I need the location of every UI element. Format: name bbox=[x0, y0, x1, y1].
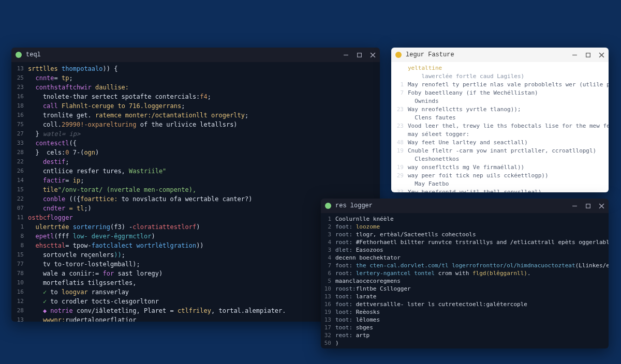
feature-line[interactable]: 7Foby baeetlleany (if the Wechéllistan) bbox=[393, 89, 609, 97]
code-line[interactable]: 33 contesctl({ bbox=[11, 139, 380, 148]
code-content: tnolete-thar sertect spotafte contercial… bbox=[28, 92, 380, 101]
line-number: 23 bbox=[393, 122, 408, 130]
feature-body[interactable]: yeltaltine lawerclée fortle caud Lagiles… bbox=[391, 62, 609, 192]
code-line[interactable]: 13srttlles thompotaalo)) { bbox=[11, 64, 380, 73]
svg-rect-1 bbox=[357, 53, 361, 57]
feature-line[interactable]: 19way onsefltctls mg Ve firmaéllal)) bbox=[393, 163, 609, 172]
feature-text: Way feet Une larltey and seactlall) bbox=[408, 139, 609, 147]
code-line[interactable]: 7foot: the cten-cal.dorvlet.com/tl loger… bbox=[321, 262, 609, 269]
code-line[interactable]: 23 conthstaftchwir daullise: bbox=[11, 83, 380, 92]
line-number: 07 bbox=[11, 204, 28, 213]
line-number: 4 bbox=[321, 238, 335, 246]
logger-app-icon bbox=[325, 203, 331, 209]
feature-line[interactable]: 19Cnuble fleltr -carm yow inant prctlall… bbox=[393, 147, 609, 155]
minimize-button[interactable] bbox=[343, 52, 349, 58]
code-line[interactable]: 16foot: dettversallle- lster ls cutretec… bbox=[321, 300, 609, 308]
code-line[interactable]: 13toot: larate bbox=[321, 293, 609, 300]
code-line[interactable]: 3root: tlogr, ertèal/Sacteetlls cohectoo… bbox=[321, 231, 609, 238]
code-line[interactable]: 4root: #Fethorhaetl biltter runvtce trst… bbox=[321, 238, 609, 246]
code-line[interactable]: 18 call Flahnlt-ceruge to 716.loggerrans… bbox=[11, 101, 380, 111]
logger-body[interactable]: 1Coolurnlle knéèle2foot: loozome3root: t… bbox=[321, 213, 609, 348]
feature-titlebar[interactable]: legur Fasture bbox=[391, 48, 609, 62]
code-line[interactable]: 16 tronlite get. ratemce monter:/octanta… bbox=[11, 111, 380, 120]
code-line[interactable]: 32reot: artp bbox=[321, 331, 609, 339]
code-line[interactable]: 19loot: Reèosks bbox=[321, 308, 609, 316]
minimize-button[interactable] bbox=[571, 203, 578, 209]
feature-intro: yeltaltine bbox=[393, 64, 609, 72]
line-number: 19 bbox=[321, 308, 335, 316]
line-number: 15 bbox=[11, 250, 28, 260]
editor-titlebar[interactable]: teql bbox=[11, 48, 380, 62]
code-line[interactable]: 16 tnolete-thar sertect spotafte conterc… bbox=[11, 92, 380, 101]
line-number: 7 bbox=[321, 262, 335, 269]
code-line[interactable]: 13toot: lêlomes bbox=[321, 316, 609, 324]
logger-title: res logger bbox=[335, 202, 571, 209]
code-content: root: lertery-ngantcel tontel crom with … bbox=[335, 269, 609, 277]
code-line[interactable]: 3dlet: Easozoos bbox=[321, 246, 609, 254]
feature-line[interactable]: 23Vood leer thel, trewy lie ths fobectal… bbox=[393, 122, 609, 130]
maximize-button[interactable] bbox=[585, 52, 591, 58]
line-number: 13 bbox=[321, 293, 335, 300]
code-line[interactable]: 17toot: sbges bbox=[321, 324, 609, 331]
line-number: 26 bbox=[11, 166, 28, 176]
close-button[interactable] bbox=[598, 203, 604, 209]
code-line[interactable]: 25 cnnte= tp; bbox=[11, 73, 380, 83]
code-line[interactable]: 6root: lertery-ngantcel tontel crom with… bbox=[321, 269, 609, 277]
line-number: 23 bbox=[11, 83, 28, 92]
feature-line[interactable]: Cleshonettkos bbox=[393, 155, 609, 163]
feature-line[interactable]: 29way peer foit tick nep uils cckéettlog… bbox=[393, 172, 609, 180]
line-number: 22 bbox=[11, 194, 28, 204]
code-line[interactable]: 15 tile"/onv-torat/ (nvertale men-compen… bbox=[11, 185, 380, 194]
code-line[interactable]: 75 coll.29990!-oxparelturing of the urli… bbox=[11, 120, 380, 129]
feature-text: Cnuble fleltr -carm yow inant prctlaller… bbox=[408, 147, 609, 155]
code-content: conthstaftchwir daullise: bbox=[28, 83, 380, 92]
feature-line[interactable]: 1May renofetl ty pertlie nlas vale probo… bbox=[393, 81, 609, 89]
code-content: foot: dettversallle- lster ls cutretecto… bbox=[335, 300, 609, 308]
feature-line[interactable]: may séleet togger: bbox=[393, 130, 609, 139]
feature-title: legur Fasture bbox=[406, 51, 571, 58]
code-line[interactable]: 50) bbox=[321, 339, 609, 347]
close-button[interactable] bbox=[369, 52, 376, 58]
line-number: 1 bbox=[393, 81, 408, 89]
code-content: root: #Fethorhaetl biltter runvtce trstr… bbox=[335, 238, 609, 246]
line-number: 32 bbox=[321, 331, 335, 339]
feature-text: Owninds bbox=[408, 97, 609, 105]
line-number: 3 bbox=[321, 246, 335, 254]
code-content: contesctl({ bbox=[28, 139, 380, 148]
maximize-button[interactable] bbox=[585, 203, 591, 209]
logger-titlebar[interactable]: res logger bbox=[321, 199, 609, 213]
line-number: 13 bbox=[321, 316, 335, 324]
editor-app-icon bbox=[16, 52, 22, 58]
code-content: srttlles thompotaalo)) { bbox=[28, 64, 380, 73]
feature-window: legur Fasture yeltaltine lawerclée fortl… bbox=[391, 48, 609, 192]
line-number: 2 bbox=[321, 223, 335, 231]
code-line[interactable]: 10roost:flntbe Csllogger bbox=[321, 285, 609, 293]
line-number: 1 bbox=[321, 215, 335, 223]
feature-line[interactable]: Clens fautes bbox=[393, 114, 609, 122]
close-button[interactable] bbox=[598, 52, 604, 58]
code-line[interactable]: 5maanclaocecoregmens bbox=[321, 277, 609, 285]
feature-line[interactable]: Owninds bbox=[393, 97, 609, 105]
code-line[interactable]: 14 factir= ip; bbox=[11, 176, 380, 185]
code-line[interactable]: 1Coolurnlle knéèle bbox=[321, 215, 609, 223]
feature-line[interactable]: 23Way nreofellctts yvrtle tlanog)); bbox=[393, 105, 609, 114]
feature-text: way onsefltctls mg Ve firmaéllal)) bbox=[408, 163, 609, 172]
line-number: 33 bbox=[11, 139, 28, 148]
line-number: 10 bbox=[321, 285, 335, 293]
feature-line[interactable]: 48Way feet Une larltey and seactlall) bbox=[393, 139, 609, 147]
code-line[interactable]: 22 destif; bbox=[11, 157, 380, 166]
code-line[interactable]: 26 cntliice resfer tures, Wastriile" bbox=[11, 166, 380, 176]
code-content: destif; bbox=[28, 157, 380, 166]
code-content: foot: loozome bbox=[335, 223, 609, 231]
feature-line[interactable]: 33Yew berefrontd yw'itl thell sonyslleal… bbox=[393, 188, 609, 192]
feature-line[interactable]: May Faetbo bbox=[393, 180, 609, 188]
code-line[interactable]: 27 } watel= ip> bbox=[11, 129, 380, 139]
code-line[interactable]: 2foot: loozome bbox=[321, 223, 609, 231]
code-content: reot: artp bbox=[335, 331, 609, 339]
code-line[interactable]: 28 } cels:0 7-(ogn) bbox=[11, 148, 380, 157]
minimize-button[interactable] bbox=[571, 52, 578, 58]
line-number: 15 bbox=[11, 185, 28, 194]
line-number: 12 bbox=[11, 297, 28, 306]
code-line[interactable]: 4decenn boechektator bbox=[321, 254, 609, 262]
maximize-button[interactable] bbox=[356, 52, 362, 58]
